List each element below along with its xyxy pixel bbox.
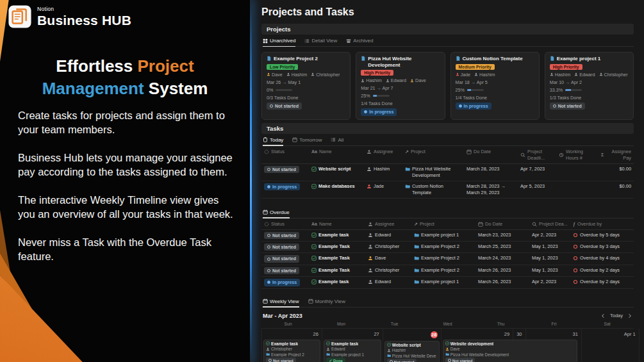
project-deadline: May 1, 2023	[529, 242, 570, 252]
overdue-row[interactable]: Not started Example task Edward Example …	[261, 230, 634, 242]
calendar-icon	[263, 299, 268, 304]
person-icon	[286, 72, 290, 76]
tab-weekly-view[interactable]: Weekly View	[263, 299, 299, 304]
task-name: Example task	[318, 279, 349, 285]
calendar-event[interactable]: Website script Hashim Pizza Hut Website …	[384, 341, 440, 362]
col-project-deadline[interactable]: Project Dea...	[529, 219, 570, 229]
assignee: Christopher	[311, 72, 340, 78]
col-project[interactable]: ↗Project	[402, 147, 464, 157]
person-icon	[386, 79, 390, 83]
tasks-done: 0/3 Tasks Done	[267, 95, 298, 101]
relation-arrow-icon: ↗	[414, 222, 418, 226]
status-badge: Not started	[445, 358, 475, 362]
calendar-day-column[interactable]: Apr 1 Website final touches Hashim Pizza…	[582, 329, 640, 362]
calendar-event[interactable]: Example task Christopher Example Project…	[263, 340, 320, 362]
project-card[interactable]: Custom Notion Template Medium Priority J…	[450, 52, 540, 120]
folder-icon	[414, 279, 419, 284]
task-name: Example Task	[318, 243, 350, 250]
person-icon	[368, 233, 373, 238]
calendar-day-column[interactable]: 27 Example task Edward Example project 1…	[322, 329, 383, 362]
overdue-row[interactable]: In progress Example task Edward Example …	[261, 277, 634, 288]
do-date: March 26, 2023	[475, 277, 529, 287]
project-link: Example Project 2	[421, 255, 459, 261]
col-overdue-by[interactable]: ƒOverdue by	[570, 219, 634, 229]
rollup-magnifier-icon	[532, 222, 537, 227]
col-do-date[interactable]: Do Date	[475, 219, 529, 229]
status-icon	[264, 222, 269, 227]
tab-monthly-view[interactable]: Monthly View	[308, 299, 345, 304]
tab-unarchived[interactable]: Unarchived	[263, 38, 295, 44]
status-badge: Not started	[266, 358, 296, 362]
left-marketing-panel: Notion Business HUB Effortless Project M…	[0, 0, 250, 362]
project-card[interactable]: Example Project 2 Low Priority Dave Hash…	[261, 52, 351, 120]
brand-lockup: Notion Business HUB	[8, 4, 131, 29]
rollup-magnifier-icon	[520, 152, 525, 158]
task-row[interactable]: In progress Make databases Jade Custom N…	[261, 181, 634, 199]
col-name[interactable]: AaName	[309, 147, 364, 157]
person-icon	[367, 149, 372, 154]
status-badge: Not started	[264, 166, 299, 173]
tab-all[interactable]: All	[331, 137, 343, 143]
calendar-day-column[interactable]: 26 Example task Christopher Example Proj…	[261, 329, 322, 362]
calendar-day-column[interactable]: 28 Website script Hashim Pizza Hut Websi…	[383, 329, 442, 362]
project-card[interactable]: Example project 1 High Priority Hashim E…	[545, 52, 634, 120]
status-badge: Not started	[264, 267, 299, 274]
folder-icon	[445, 352, 449, 356]
calendar-event[interactable]: Website development Dave Pizza Hut Websi…	[443, 340, 578, 362]
col-assignee[interactable]: Assignee	[364, 147, 402, 157]
checkbox-icon	[445, 341, 449, 345]
prev-week-button[interactable]	[600, 313, 606, 318]
assignees: Hashim Edward Christopher	[550, 72, 628, 78]
tab-overdue[interactable]: Overdue	[263, 210, 290, 215]
checkbox-icon	[311, 244, 317, 249]
calendar-icon	[308, 299, 313, 304]
col-working-hours[interactable]: Working Hours #	[556, 147, 599, 163]
person-icon	[368, 244, 373, 249]
overdue-ring-icon	[573, 279, 578, 284]
tab-today[interactable]: Today	[263, 137, 283, 143]
person-icon	[550, 72, 554, 76]
project-card[interactable]: Pizza Hut Website Development High Prior…	[356, 52, 445, 120]
person-icon	[368, 256, 373, 261]
today-button[interactable]: Today	[610, 313, 623, 318]
task-row[interactable]: Not started Website script Hashim Pizza …	[261, 164, 634, 181]
project-deadline: May 1, 2023	[529, 253, 570, 263]
tab-detail-view[interactable]: Detail View	[304, 38, 337, 44]
col-do-date[interactable]: Do Date	[464, 147, 518, 157]
calendar-icon	[292, 137, 297, 142]
folder-icon	[414, 233, 419, 238]
person-icon	[368, 268, 373, 273]
col-status[interactable]: Status	[261, 219, 309, 229]
calendar-day-column[interactable]: 29 Website development Dave Pizza Hut We…	[442, 329, 514, 362]
assignee-pay: $0.00	[599, 164, 634, 174]
calendar-event[interactable]: Example task Edward Example project 1 Do…	[324, 340, 381, 362]
working-hours	[556, 164, 599, 168]
day-number: 29	[504, 331, 509, 337]
projects-section-header[interactable]: Projects	[261, 24, 634, 35]
col-status[interactable]: Status	[261, 147, 309, 157]
col-assignee[interactable]: Assignee	[365, 219, 411, 229]
checkbox-icon	[311, 279, 317, 284]
tab-tomorrow[interactable]: Tomorrow	[292, 137, 322, 143]
date-range: Mar 26 → May 1	[267, 79, 301, 85]
overdue-row[interactable]: Not started Example Task Christopher Exa…	[261, 242, 634, 253]
person-icon	[326, 347, 330, 351]
next-week-button[interactable]	[627, 313, 632, 318]
headline: Effortless Project Management System	[0, 55, 250, 100]
tab-archived[interactable]: Archived	[346, 38, 373, 44]
tasks-section-header[interactable]: Tasks	[261, 123, 634, 134]
project-deadline: Apr 7, 2023	[518, 164, 556, 174]
page-title[interactable]: Projects and Tasks	[261, 6, 634, 18]
overdue-row[interactable]: Not started Example Task Dave Example Pr…	[261, 253, 634, 265]
progress: 25%	[456, 87, 484, 93]
project-title: Pizza Hut Website Development	[368, 56, 440, 68]
assignees: Dave Hashim Christopher	[267, 72, 340, 78]
calendar-header: Mar - Apr 2023 Today	[261, 311, 634, 320]
col-project[interactable]: ↗Project	[411, 219, 475, 229]
progress-bar	[565, 89, 582, 91]
col-project-deadline[interactable]: Project Deadli...	[518, 147, 556, 163]
col-assignee-pay[interactable]: ΣAssignee Pay	[599, 147, 634, 163]
folder-icon	[326, 352, 330, 356]
col-name[interactable]: AaName	[309, 219, 365, 229]
overdue-row[interactable]: Not started Example Task Christopher Exa…	[261, 265, 634, 277]
